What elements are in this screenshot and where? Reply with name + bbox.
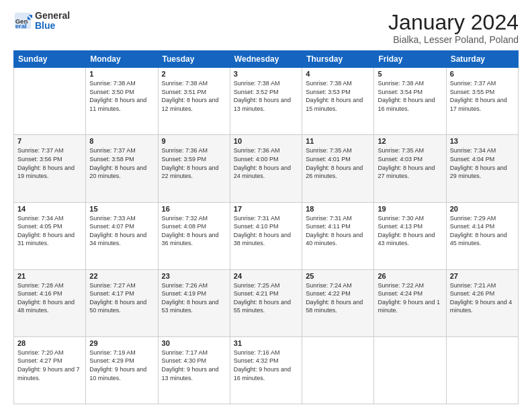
calendar-cell: 14 Sunrise: 7:34 AMSunset: 4:05 PMDaylig… [14,202,86,269]
calendar-cell: 27 Sunrise: 7:21 AMSunset: 4:26 PMDaylig… [446,269,518,336]
cell-info: Sunrise: 7:37 AMSunset: 3:58 PMDaylight:… [89,147,146,179]
cell-date: 4 [306,70,370,78]
calendar-cell: 12 Sunrise: 7:35 AMSunset: 4:03 PMDaylig… [374,135,446,202]
cell-info: Sunrise: 7:26 AMSunset: 4:19 PMDaylight:… [162,282,219,314]
cell-date: 9 [162,137,226,145]
week-row-5: 28 Sunrise: 7:20 AMSunset: 4:27 PMDaylig… [14,336,519,404]
cell-date: 26 [378,272,442,280]
cell-info: Sunrise: 7:38 AMSunset: 3:54 PMDaylight:… [378,80,435,112]
cell-date: 13 [450,137,515,145]
cell-date: 3 [234,70,298,78]
cell-info: Sunrise: 7:34 AMSunset: 4:04 PMDaylight:… [450,147,507,179]
day-header-sunday: Sunday [14,51,86,68]
calendar-page: Gen eral General Blue January 2024 Bialk… [0,0,532,411]
cell-info: Sunrise: 7:16 AMSunset: 4:32 PMDaylight:… [234,349,291,381]
logo-blue-text: Blue [35,21,70,31]
cell-date: 22 [89,272,154,280]
calendar-cell: 4 Sunrise: 7:38 AMSunset: 3:53 PMDayligh… [302,68,374,135]
calendar-cell: 15 Sunrise: 7:33 AMSunset: 4:07 PMDaylig… [86,202,158,269]
day-header-wednesday: Wednesday [230,51,302,68]
calendar-cell: 6 Sunrise: 7:37 AMSunset: 3:55 PMDayligh… [446,68,518,135]
cell-info: Sunrise: 7:30 AMSunset: 4:13 PMDaylight:… [378,215,435,247]
calendar-cell: 29 Sunrise: 7:19 AMSunset: 4:29 PMDaylig… [86,336,158,404]
cell-info: Sunrise: 7:37 AMSunset: 3:55 PMDaylight:… [450,80,507,112]
svg-text:eral: eral [15,23,27,30]
calendar-cell: 10 Sunrise: 7:36 AMSunset: 4:00 PMDaylig… [230,135,302,202]
calendar-cell: 16 Sunrise: 7:32 AMSunset: 4:08 PMDaylig… [158,202,230,269]
cell-info: Sunrise: 7:35 AMSunset: 4:03 PMDaylight:… [378,147,435,179]
calendar-cell: 1 Sunrise: 7:38 AMSunset: 3:50 PMDayligh… [86,68,158,135]
calendar-cell: 24 Sunrise: 7:25 AMSunset: 4:21 PMDaylig… [230,269,302,336]
cell-info: Sunrise: 7:37 AMSunset: 3:56 PMDaylight:… [17,147,75,179]
calendar-cell: 7 Sunrise: 7:37 AMSunset: 3:56 PMDayligh… [14,135,86,202]
cell-date: 2 [162,70,226,78]
cell-date: 20 [450,205,515,213]
cell-date: 11 [306,137,370,145]
cell-date: 17 [234,205,298,213]
week-row-4: 21 Sunrise: 7:28 AMSunset: 4:16 PMDaylig… [14,269,519,336]
cell-info: Sunrise: 7:32 AMSunset: 4:08 PMDaylight:… [162,215,219,247]
logo: Gen eral General Blue [13,11,70,32]
cell-info: Sunrise: 7:27 AMSunset: 4:17 PMDaylight:… [89,282,146,314]
cell-info: Sunrise: 7:31 AMSunset: 4:10 PMDaylight:… [234,215,291,247]
cell-info: Sunrise: 7:25 AMSunset: 4:21 PMDaylight:… [234,282,291,314]
calendar-table: SundayMondayTuesdayWednesdayThursdayFrid… [13,50,519,404]
calendar-cell: 9 Sunrise: 7:36 AMSunset: 3:59 PMDayligh… [158,135,230,202]
cell-date: 16 [162,205,226,213]
cell-info: Sunrise: 7:36 AMSunset: 4:00 PMDaylight:… [234,147,291,179]
cell-date: 31 [234,339,298,347]
cell-info: Sunrise: 7:33 AMSunset: 4:07 PMDaylight:… [89,215,146,247]
cell-date: 24 [234,272,298,280]
calendar-cell: 21 Sunrise: 7:28 AMSunset: 4:16 PMDaylig… [14,269,86,336]
calendar-cell: 31 Sunrise: 7:16 AMSunset: 4:32 PMDaylig… [230,336,302,404]
cell-info: Sunrise: 7:38 AMSunset: 3:51 PMDaylight:… [162,80,219,112]
header: Gen eral General Blue January 2024 Bialk… [13,11,519,45]
cell-info: Sunrise: 7:36 AMSunset: 3:59 PMDaylight:… [162,147,219,179]
day-header-saturday: Saturday [446,51,518,68]
cell-date: 19 [378,205,442,213]
cell-info: Sunrise: 7:34 AMSunset: 4:05 PMDaylight:… [17,215,75,247]
calendar-cell: 26 Sunrise: 7:22 AMSunset: 4:24 PMDaylig… [374,269,446,336]
logo-icon: Gen eral [13,11,32,30]
cell-info: Sunrise: 7:19 AMSunset: 4:29 PMDaylight:… [89,349,146,381]
cell-date: 12 [378,137,442,145]
calendar-cell [374,336,446,404]
calendar-cell: 17 Sunrise: 7:31 AMSunset: 4:10 PMDaylig… [230,202,302,269]
cell-date: 18 [306,205,370,213]
week-row-2: 7 Sunrise: 7:37 AMSunset: 3:56 PMDayligh… [14,135,519,202]
cell-date: 7 [17,137,82,145]
cell-info: Sunrise: 7:22 AMSunset: 4:24 PMDaylight:… [378,282,440,314]
calendar-cell: 23 Sunrise: 7:26 AMSunset: 4:19 PMDaylig… [158,269,230,336]
calendar-cell [446,336,518,404]
calendar-cell [14,68,86,135]
cell-date: 8 [89,137,154,145]
cell-info: Sunrise: 7:21 AMSunset: 4:26 PMDaylight:… [450,282,513,314]
cell-date: 10 [234,137,298,145]
logo-text: General Blue [35,11,70,32]
cell-info: Sunrise: 7:20 AMSunset: 4:27 PMDaylight:… [17,349,80,381]
cell-info: Sunrise: 7:17 AMSunset: 4:30 PMDaylight:… [162,349,219,381]
calendar-cell: 22 Sunrise: 7:27 AMSunset: 4:17 PMDaylig… [86,269,158,336]
calendar-location: Bialka, Lesser Poland, Poland [388,34,519,45]
day-header-tuesday: Tuesday [158,51,230,68]
calendar-cell: 18 Sunrise: 7:31 AMSunset: 4:11 PMDaylig… [302,202,374,269]
cell-date: 27 [450,272,515,280]
calendar-title: January 2024 [388,11,519,34]
calendar-cell: 30 Sunrise: 7:17 AMSunset: 4:30 PMDaylig… [158,336,230,404]
calendar-cell: 5 Sunrise: 7:38 AMSunset: 3:54 PMDayligh… [374,68,446,135]
calendar-cell: 28 Sunrise: 7:20 AMSunset: 4:27 PMDaylig… [14,336,86,404]
cell-date: 21 [17,272,82,280]
cell-date: 25 [306,272,370,280]
day-header-friday: Friday [374,51,446,68]
header-row: SundayMondayTuesdayWednesdayThursdayFrid… [14,51,519,68]
cell-info: Sunrise: 7:38 AMSunset: 3:52 PMDaylight:… [234,80,291,112]
cell-date: 14 [17,205,82,213]
calendar-cell: 8 Sunrise: 7:37 AMSunset: 3:58 PMDayligh… [86,135,158,202]
cell-date: 6 [450,70,515,78]
calendar-cell: 2 Sunrise: 7:38 AMSunset: 3:51 PMDayligh… [158,68,230,135]
calendar-cell: 20 Sunrise: 7:29 AMSunset: 4:14 PMDaylig… [446,202,518,269]
cell-info: Sunrise: 7:38 AMSunset: 3:53 PMDaylight:… [306,80,363,112]
calendar-cell: 3 Sunrise: 7:38 AMSunset: 3:52 PMDayligh… [230,68,302,135]
week-row-1: 1 Sunrise: 7:38 AMSunset: 3:50 PMDayligh… [14,68,519,135]
cell-info: Sunrise: 7:38 AMSunset: 3:50 PMDaylight:… [89,80,146,112]
